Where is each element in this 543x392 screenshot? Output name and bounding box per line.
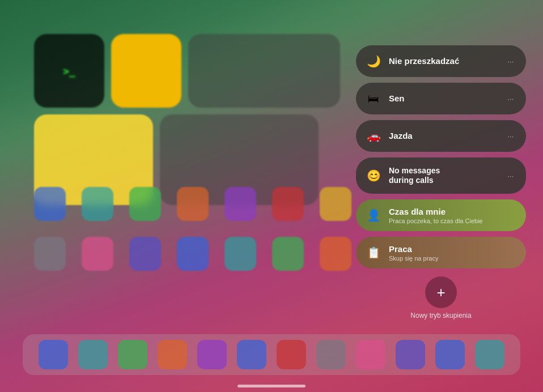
app-row-1 — [23, 187, 351, 221]
terminal-widget: >_ — [34, 34, 104, 108]
praca-subtitle: Skup się na pracy — [389, 255, 517, 262]
new-focus-icon: + — [425, 276, 457, 308]
no-messages-text: No messagesduring calls — [389, 166, 498, 186]
app-icon[interactable] — [320, 237, 351, 271]
dock-icon-3[interactable] — [118, 340, 147, 369]
dock-icon-2[interactable] — [78, 340, 108, 369]
czas-dla-mnie-text: Czas dla mnie Praca poczeka, to czas dla… — [389, 207, 517, 224]
focus-item-sen[interactable]: 🛏 Sen ··· — [356, 83, 526, 114]
app-icon[interactable] — [177, 187, 209, 221]
praca-text: Praca Skup się na pracy — [389, 244, 517, 262]
jazda-more[interactable]: ··· — [504, 130, 517, 142]
nie-przeszkadzac-text: Nie przeszkadzać — [389, 56, 498, 66]
dock — [23, 334, 520, 375]
no-messages-icon: 😊 — [365, 167, 382, 184]
nie-przeszkadzac-icon: 🌙 — [365, 53, 382, 70]
home-indicator — [237, 385, 306, 387]
jazda-icon: 🚗 — [365, 127, 382, 144]
focus-item-praca[interactable]: 📋 Praca Skup się na pracy — [356, 237, 526, 269]
dock-icon-12[interactable] — [475, 340, 504, 369]
app-icon[interactable] — [34, 187, 66, 221]
focus-item-czas-dla-mnie[interactable]: 👤 Czas dla mnie Praca poczeka, to czas d… — [356, 199, 526, 231]
czas-dla-mnie-icon: 👤 — [365, 207, 382, 224]
dock-icon-8[interactable] — [316, 340, 346, 369]
sen-icon: 🛏 — [365, 90, 382, 107]
dock-icon-6[interactable] — [237, 340, 266, 369]
app-icon[interactable] — [177, 237, 209, 271]
calendar-widget — [188, 34, 340, 108]
dock-icon-9[interactable] — [356, 340, 385, 369]
new-focus-label: Nowy tryb skupienia — [410, 312, 471, 319]
dock-icon-7[interactable] — [277, 340, 306, 369]
focus-item-no-messages[interactable]: 😊 No messagesduring calls ··· — [356, 157, 526, 194]
dock-icon-11[interactable] — [435, 340, 465, 369]
no-messages-more[interactable]: ··· — [504, 169, 517, 182]
focus-panel: 🌙 Nie przeszkadzać ··· 🛏 Sen ··· 🚗 Jazda… — [356, 45, 526, 319]
app-icon[interactable] — [82, 237, 113, 271]
nie-przeszkadzac-title: Nie przeszkadzać — [389, 56, 498, 66]
app-icon[interactable] — [272, 237, 304, 271]
app-row-2 — [23, 237, 351, 271]
sen-text: Sen — [389, 93, 498, 104]
no-messages-title: No messagesduring calls — [389, 166, 498, 186]
notes-widget-small — [111, 34, 181, 108]
sen-more[interactable]: ··· — [504, 92, 517, 105]
jazda-title: Jazda — [389, 131, 498, 141]
app-icon[interactable] — [272, 187, 304, 221]
app-icon[interactable] — [82, 187, 113, 221]
focus-item-nie-przeszkadzac[interactable]: 🌙 Nie przeszkadzać ··· — [356, 45, 526, 77]
app-icon[interactable] — [129, 237, 161, 271]
new-focus-button[interactable]: + Nowy tryb skupienia — [356, 276, 526, 319]
dock-icon-10[interactable] — [396, 340, 425, 369]
app-icon[interactable] — [129, 187, 161, 221]
widget-row-1: >_ — [34, 34, 340, 108]
app-grid — [23, 187, 351, 271]
jazda-text: Jazda — [389, 131, 498, 141]
dock-icon-4[interactable] — [158, 340, 187, 369]
czas-dla-mnie-title: Czas dla mnie — [389, 207, 517, 217]
app-icon[interactable] — [224, 187, 256, 221]
dock-icon-5[interactable] — [197, 340, 227, 369]
plus-icon: + — [436, 284, 445, 301]
app-icon[interactable] — [34, 237, 66, 271]
praca-title: Praca — [389, 244, 517, 254]
app-icon[interactable] — [224, 237, 256, 271]
praca-icon: 📋 — [365, 244, 382, 261]
sen-title: Sen — [389, 93, 498, 104]
focus-item-jazda[interactable]: 🚗 Jazda ··· — [356, 120, 526, 152]
czas-dla-mnie-subtitle: Praca poczeka, to czas dla Ciebie — [389, 218, 517, 224]
dock-icon-1[interactable] — [39, 340, 68, 369]
app-icon[interactable] — [320, 187, 351, 221]
nie-przeszkadzac-more[interactable]: ··· — [504, 55, 517, 67]
